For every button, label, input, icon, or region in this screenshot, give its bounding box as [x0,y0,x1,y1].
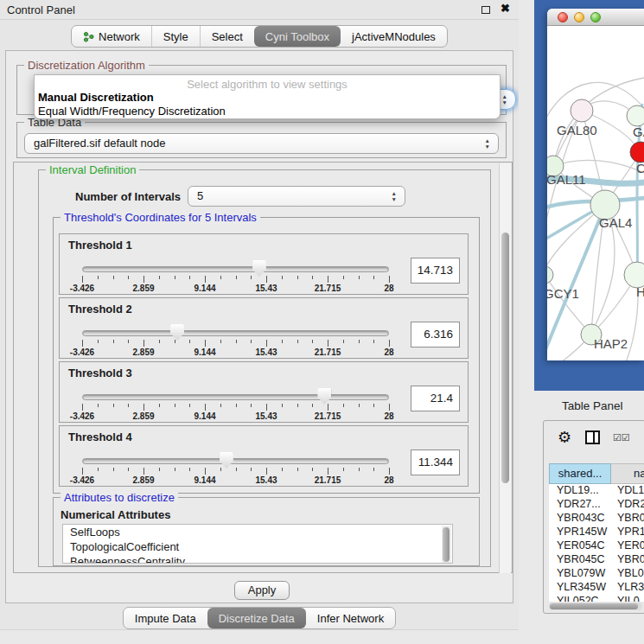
attributes-list: SelfLoops TopologicalCoefficient Between… [62,524,453,564]
tab-select[interactable]: Select [200,26,254,47]
spinner-icon: ▲▼ [392,190,397,202]
float-window-icon[interactable] [481,6,490,14]
horizontal-scrollbar[interactable] [549,603,642,610]
gear-icon[interactable]: ⚙ [558,428,571,447]
slider-thumb[interactable] [317,388,331,405]
tab-jactivemnodules[interactable]: jActiveMNodules [341,26,447,47]
group-title: Discretization Algorithm [24,59,149,72]
node-label: GAL80 [557,123,597,137]
node-label: GAL11 [547,172,586,187]
table-row[interactable]: YBR045CYBR0 [549,553,644,567]
zoom-traffic-light-icon[interactable] [590,12,601,22]
network-canvas[interactable]: GAL80 GA C GAL11 GAL4 GCY1 H HAP2 [547,26,644,360]
tab-infer-network[interactable]: Infer Network [306,608,395,628]
list-scrollbar[interactable] [442,526,451,564]
numerical-attributes-label: Numerical Attributes [61,508,170,521]
table-browser-frame: ⚙ ☑☑ shared... na YDL19...YDL1 YDR27...Y… [543,420,644,614]
tab-impute-data[interactable]: Impute Data [124,608,207,628]
number-of-intervals-combobox[interactable]: 5 ▲▼ [188,186,405,207]
threshold-value-field[interactable]: 11.344 [411,450,460,475]
slider-track[interactable] [82,394,389,400]
table-row[interactable]: YPR145WYPR1 [549,526,644,539]
table-row[interactable]: YBL079WYBL0 [549,567,644,581]
close-icon[interactable]: ✖ [501,2,510,15]
slider-ticks [82,404,389,411]
slider-thumb[interactable] [170,324,184,341]
table-data-group: Table Data galFiltered.sif default node … [16,122,507,158]
slider-track[interactable] [82,266,389,272]
table-row[interactable]: YBR043CYBR0 [549,512,644,526]
node-label: GA [633,124,644,139]
spinner-icon: ▲▼ [485,137,490,150]
threshold-slider[interactable]: -3.4262.8599.14415.4321.71528 [82,426,389,488]
scrollbar-thumb[interactable] [443,527,450,562]
cyni-toolbox-panel: Discretization Algorithm ▲▼ Select algor… [5,50,513,603]
tab-style[interactable]: Style [151,26,200,47]
dropdown-hint: Select algorithm to view settings [35,78,500,91]
threshold-slider[interactable]: -3.4262.8599.14415.4321.71528 [82,362,389,424]
threshold-slider[interactable]: -3.4262.8599.14415.4321.71528 [82,298,389,360]
vertical-scrollbar[interactable] [499,163,511,573]
threshold-3-panel: Threshold 3 -3.4262.8599.14415.4321.7152… [59,361,469,423]
table-body: YDL19...YDL1 YDR27...YDR2 YBR043CYBR0 YP… [549,484,644,602]
tab-cyni-toolbox[interactable]: Cyni Toolbox [254,26,341,47]
menu-item-manual-discretization[interactable]: Manual Discretization [38,91,154,104]
slider-track[interactable] [82,458,389,464]
close-traffic-light-icon[interactable] [558,12,568,22]
threshold-4-panel: Threshold 4 -3.4262.8599.14415.4321.7152… [59,425,469,487]
column-header-name[interactable]: na [611,463,644,484]
threshold-value-field[interactable]: 6.316 [411,322,460,348]
minimize-traffic-light-icon[interactable] [574,12,584,22]
table-row[interactable]: YER054CYER0 [549,539,644,553]
settings-scroll-panel: Interval Definition Number of Intervals … [13,162,513,573]
scrollbar-thumb[interactable] [550,603,638,609]
tab-discretize-data[interactable]: Discretize Data [207,608,306,628]
slider-thumb[interactable] [220,452,233,469]
select-columns-icon[interactable]: ☑☑ [613,432,630,443]
tab-network[interactable]: Network [72,26,151,47]
spinner-icon: ▲▼ [502,93,507,105]
group-title: Interval Definition [46,163,139,176]
node-label: C [636,161,644,175]
list-item[interactable]: TopologicalCoefficient [63,539,452,554]
node-label: HAP2 [594,336,628,351]
list-item[interactable]: SelfLoops [63,525,452,539]
node-label: GAL4 [599,215,632,230]
table-panel-title: Table Panel [562,399,623,412]
slider-ticks [82,340,389,348]
node-top-right[interactable] [627,105,644,126]
bottom-tabbar: Impute Data Discretize Data Infer Networ… [0,607,519,629]
apply-button[interactable]: Apply [234,581,290,600]
number-of-intervals-label: Number of Intervals [75,190,181,203]
table-header-row: shared... na [549,463,644,484]
node-gal80[interactable] [571,99,593,122]
window-title: Control Panel [7,3,75,16]
status-strip [0,629,519,644]
thresholds-group: Threshold's Coordinates for 5 Intervals … [53,217,480,494]
network-graph: GAL80 GA C GAL11 GAL4 GCY1 H HAP2 [547,26,644,360]
split-view-icon[interactable] [585,430,600,444]
table-row[interactable]: YDR27...YDR2 [549,498,644,512]
threshold-value-field[interactable]: 21.4 [411,386,460,411]
attributes-group: Attributes to discretize Numerical Attri… [53,497,480,566]
table-row[interactable]: YIL052CYIL0 [549,595,644,602]
slider-thumb[interactable] [252,260,266,277]
control-panel-titlebar: Control Panel ✖ [0,0,519,20]
table-row[interactable]: YDL19...YDL1 [549,484,644,498]
slider-ticks [82,468,389,475]
node-gcy1[interactable] [547,266,553,284]
column-header-shared[interactable]: shared... [549,463,611,484]
node-selected-red[interactable] [630,142,644,163]
network-window-titlebar[interactable] [547,9,644,26]
menu-item-equal-width-frequency[interactable]: Equal Width/Frequency Discretization [38,105,226,118]
threshold-slider[interactable]: -3.4262.8599.14415.4321.71528 [82,234,389,296]
slider-scale-labels: -3.4262.8599.14415.4321.71528 [82,475,389,486]
group-title: Threshold's Coordinates for 5 Intervals [61,211,260,224]
control-panel-window: Control Panel ✖ Network Style Select Cyn… [0,0,519,644]
list-item[interactable]: BetweennessCentrality [63,554,452,564]
slider-track[interactable] [82,330,389,336]
table-data-combobox[interactable]: galFiltered.sif default node ▲▼ [24,133,499,154]
threshold-value-field[interactable]: 14.713 [411,258,460,284]
scrollbar-thumb[interactable] [501,233,509,483]
table-row[interactable]: YLR345WYLR3 [549,581,644,595]
